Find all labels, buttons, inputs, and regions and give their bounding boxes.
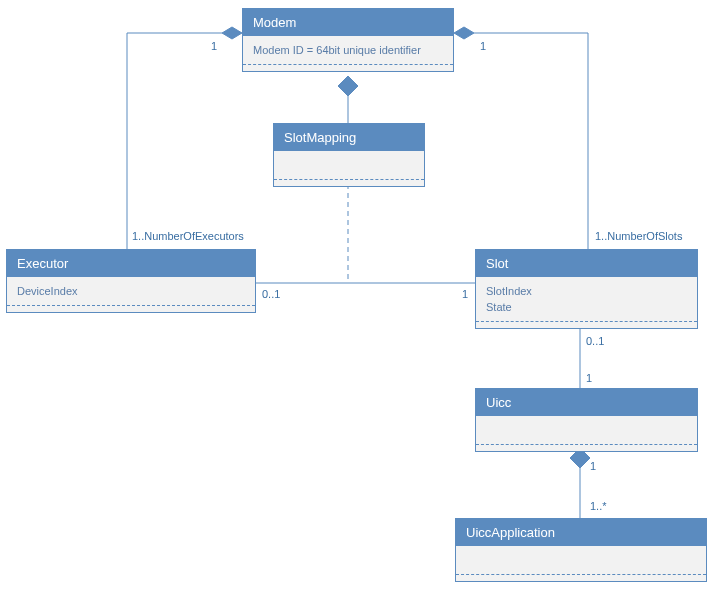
class-executor-body: DeviceIndex (7, 277, 255, 312)
class-slotmapping-title: SlotMapping (274, 124, 424, 151)
class-slot-body: SlotIndex State (476, 277, 697, 328)
class-uicc-body (476, 416, 697, 451)
class-slotmapping: SlotMapping (273, 123, 425, 187)
mult-modem-slot-top: 1 (480, 40, 486, 52)
slot-attr-state: State (486, 299, 687, 315)
class-slotmapping-body (274, 151, 424, 186)
class-executor-title: Executor (7, 250, 255, 277)
class-uiccapp-body (456, 546, 706, 581)
mult-uicc-app-top: 1 (590, 460, 596, 472)
svg-marker-0 (222, 27, 242, 39)
class-executor: Executor DeviceIndex (6, 249, 256, 313)
mult-exec-slot-left: 0..1 (262, 288, 280, 300)
class-slot: Slot SlotIndex State (475, 249, 698, 329)
class-uiccapplication: UiccApplication (455, 518, 707, 582)
mult-modem-exec-top: 1 (211, 40, 217, 52)
slot-attr-slotindex: SlotIndex (486, 283, 687, 299)
class-modem-body: Modem ID = 64bit unique identifier (243, 36, 453, 71)
modem-attr-id: Modem ID = 64bit unique identifier (253, 42, 443, 58)
class-modem-title: Modem (243, 9, 453, 36)
class-uicc: Uicc (475, 388, 698, 452)
mult-modem-slot-bottom: 1..NumberOfSlots (595, 230, 682, 242)
mult-slot-uicc-bottom: 1 (586, 372, 592, 384)
mult-modem-exec-bottom: 1..NumberOfExecutors (132, 230, 244, 242)
svg-marker-3 (454, 27, 474, 39)
executor-attr-deviceindex: DeviceIndex (17, 283, 245, 299)
mult-exec-slot-right: 1 (462, 288, 468, 300)
class-uicc-title: Uicc (476, 389, 697, 416)
class-slot-title: Slot (476, 250, 697, 277)
mult-uicc-app-bottom: 1..* (590, 500, 607, 512)
class-uiccapp-title: UiccApplication (456, 519, 706, 546)
svg-marker-6 (338, 76, 358, 96)
mult-slot-uicc-top: 0..1 (586, 335, 604, 347)
class-modem: Modem Modem ID = 64bit unique identifier (242, 8, 454, 72)
